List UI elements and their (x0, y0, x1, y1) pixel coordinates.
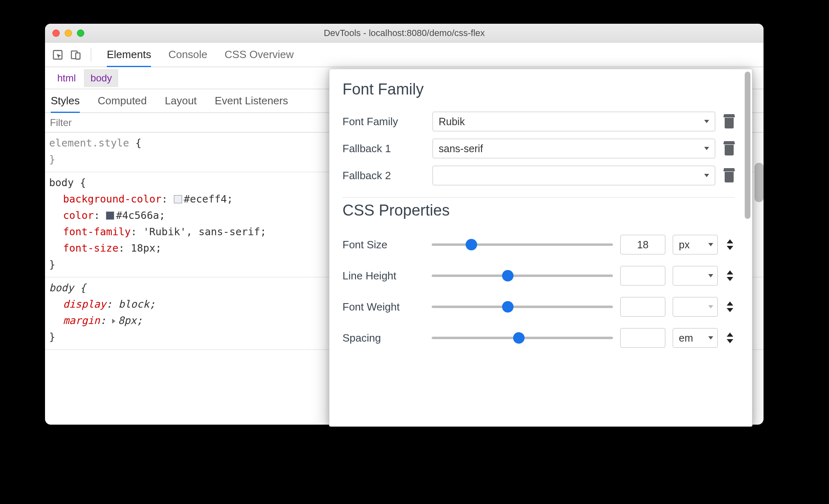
property-label: Line Height (342, 270, 424, 282)
css-property-row: Font Weight (342, 291, 735, 322)
popover-scrollbar[interactable] (745, 72, 750, 424)
chevron-down-icon (708, 274, 713, 277)
property-label: Font Size (342, 239, 424, 251)
stepper-up-icon[interactable] (727, 333, 733, 337)
stepper-up-icon[interactable] (727, 270, 733, 274)
value-stepper[interactable] (725, 302, 735, 312)
property-unit-select[interactable] (673, 297, 718, 317)
panel-tabs: Elements Console CSS Overview (107, 43, 294, 67)
value-stepper[interactable] (725, 270, 735, 281)
font-family-select[interactable]: Rubik (433, 112, 715, 131)
css-properties-heading: CSS Properties (342, 202, 735, 219)
stepper-up-icon[interactable] (727, 302, 733, 306)
subtab-layout[interactable]: Layout (165, 89, 197, 112)
value-stepper[interactable] (725, 333, 735, 343)
property-label: Spacing (342, 332, 424, 344)
chevron-down-icon (708, 243, 713, 246)
chevron-down-icon (708, 336, 713, 340)
font-family-label: Fallback 2 (342, 169, 424, 182)
slider-thumb[interactable] (513, 332, 525, 344)
font-family-row: Font FamilyRubik (342, 108, 735, 135)
stepper-down-icon[interactable] (727, 277, 733, 281)
breadcrumb-body[interactable]: body (84, 69, 118, 87)
property-value-input[interactable] (620, 297, 665, 317)
stepper-up-icon[interactable] (727, 239, 733, 243)
window-titlebar: DevTools - localhost:8080/demo/css-flex (45, 24, 764, 43)
devtools-toolbar: Elements Console CSS Overview (45, 43, 764, 67)
property-unit-select[interactable]: em (673, 328, 718, 348)
value-stepper[interactable] (725, 239, 735, 250)
slider-thumb[interactable] (502, 270, 514, 281)
zoom-window-button[interactable] (77, 29, 84, 37)
css-property-row: Font Size18px (342, 229, 735, 260)
delete-icon[interactable] (723, 115, 735, 128)
window-controls (45, 29, 84, 37)
css-property-row: Spacingem (342, 322, 735, 353)
unit-value: px (679, 239, 689, 251)
font-family-select[interactable]: sans-serif (433, 139, 715, 158)
stepper-down-icon[interactable] (727, 308, 733, 312)
font-family-label: Font Family (342, 115, 424, 128)
font-family-row: Fallback 2 (342, 162, 735, 189)
property-value-input[interactable] (620, 266, 665, 286)
subtab-computed[interactable]: Computed (98, 89, 147, 112)
property-slider[interactable] (432, 243, 613, 246)
subtab-styles[interactable]: Styles (51, 89, 80, 112)
property-value-input[interactable] (620, 328, 665, 348)
close-window-button[interactable] (52, 29, 60, 37)
chevron-down-icon (704, 147, 709, 150)
property-value-input[interactable]: 18 (620, 235, 665, 254)
breadcrumb-html[interactable]: html (51, 69, 82, 87)
property-slider[interactable] (432, 337, 613, 339)
tab-elements[interactable]: Elements (107, 43, 151, 67)
toolbar-separator (91, 48, 91, 62)
stepper-down-icon[interactable] (727, 339, 733, 343)
font-family-value: Rubik (439, 116, 465, 128)
window-title: DevTools - localhost:8080/demo/css-flex (45, 28, 764, 38)
inspect-element-icon[interactable] (51, 48, 65, 62)
stepper-down-icon[interactable] (727, 246, 733, 250)
font-family-value: sans-serif (439, 143, 483, 155)
delete-icon[interactable] (723, 142, 735, 155)
font-family-heading: Font Family (342, 81, 735, 98)
property-label: Font Weight (342, 301, 424, 313)
font-family-label: Fallback 1 (342, 142, 424, 155)
font-family-row: Fallback 1sans-serif (342, 135, 735, 162)
delete-icon[interactable] (723, 169, 735, 182)
property-unit-select[interactable]: px (673, 235, 718, 254)
slider-thumb[interactable] (502, 301, 514, 313)
scrollbar-thumb[interactable] (755, 163, 764, 202)
tab-css-overview[interactable]: CSS Overview (225, 43, 294, 67)
minimize-window-button[interactable] (65, 29, 72, 37)
css-property-row: Line Height (342, 260, 735, 291)
property-slider[interactable] (432, 274, 613, 277)
property-slider[interactable] (432, 306, 613, 308)
device-toolbar-icon[interactable] (69, 48, 83, 62)
chevron-down-icon (704, 120, 709, 123)
font-editor-popover: Font Family Font FamilyRubikFallback 1sa… (329, 69, 752, 427)
property-unit-select[interactable] (673, 266, 718, 286)
font-family-select[interactable] (433, 166, 715, 185)
chevron-down-icon (704, 174, 709, 177)
chevron-down-icon (708, 305, 713, 308)
slider-thumb[interactable] (466, 239, 477, 250)
unit-value: em (679, 332, 693, 344)
subtab-event-listeners[interactable]: Event Listeners (215, 89, 288, 112)
tab-console[interactable]: Console (168, 43, 207, 67)
section-divider (342, 197, 735, 198)
svg-rect-2 (76, 53, 80, 59)
